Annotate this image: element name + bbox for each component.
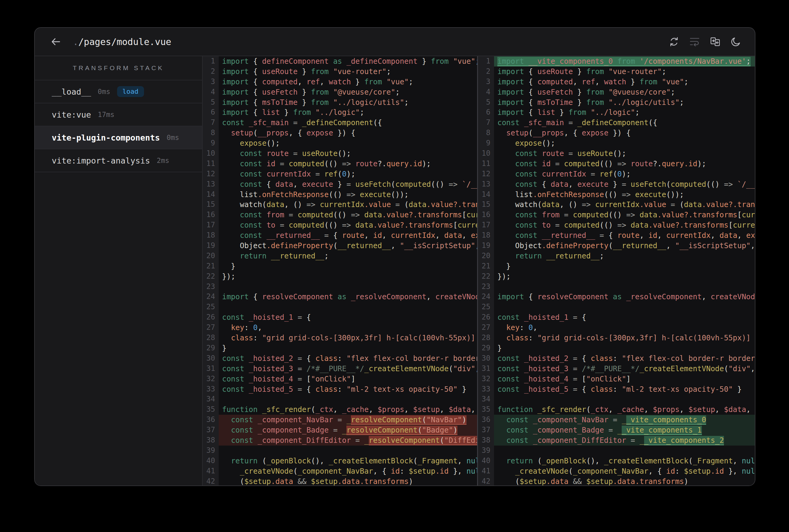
code-line: import { useRoute } from "vue-router"; [494, 66, 755, 77]
code-line: } [494, 343, 755, 353]
code-line: const _hoisted_5 = { class: "ml-2 text-x… [219, 384, 477, 395]
code-line: }); [219, 271, 477, 282]
line-number: 1 [203, 56, 215, 66]
code-line: watch(data, () => currentIdx.value = (da… [219, 200, 477, 210]
code-line: import { computed, ref, watch } from "vu… [494, 77, 755, 87]
code-line: const __returned__ = { route, id, curren… [219, 230, 477, 241]
code-line: const route = useRoute(); [494, 148, 755, 159]
code-line: const _sfc_main = _defineComponent({ [219, 118, 477, 128]
main-area: TRANSFORM STACK __load__0msloadvite:vue1… [35, 56, 755, 486]
code-line: setup(__props, { expose }) { [494, 128, 755, 138]
line-number: 35 [478, 404, 490, 415]
line-number: 31 [203, 364, 215, 374]
wrap-lines-icon [689, 36, 700, 48]
line-number: 39 [203, 445, 215, 456]
titlebar-actions [668, 36, 741, 48]
line-number: 18 [203, 230, 215, 241]
line-number: 38 [203, 435, 215, 445]
code-line [219, 282, 477, 292]
code-line: expose(); [219, 138, 477, 148]
plugin-name: __load__ [52, 87, 91, 96]
line-number: 21 [478, 261, 490, 271]
plugin-name: vite:import-analysis [52, 156, 150, 165]
line-number: 10 [203, 148, 215, 159]
line-number: 16 [203, 210, 215, 220]
line-number: 22 [478, 271, 490, 282]
refresh-icon [668, 36, 680, 48]
code-line [494, 282, 755, 292]
sidebar-item-load[interactable]: __load__0msload [35, 80, 202, 103]
line-number: 14 [203, 190, 215, 200]
sidebar-item-vite-vue[interactable]: vite:vue17ms [35, 103, 202, 126]
arrow-left-icon [50, 36, 62, 48]
line-number: 36 [203, 415, 215, 425]
wrap-lines-button[interactable] [689, 36, 700, 48]
line-number: 27 [203, 323, 215, 333]
code-line: const from = computed(() => data.value?.… [494, 210, 755, 220]
line-number: 16 [478, 210, 490, 220]
code-line: const _hoisted_3 = /*#__PURE__*/_createE… [494, 364, 755, 374]
code-line: const currentIdx = ref(0); [219, 169, 477, 179]
code-line: const to = computed(() => data.value?.tr… [219, 220, 477, 230]
line-number: 23 [478, 282, 490, 292]
code-line [219, 445, 477, 456]
sidebar-item-vite-import-analysis[interactable]: vite:import-analysis2ms [35, 149, 202, 172]
line-number: 33 [203, 384, 215, 395]
code-line: function _sfc_render(_ctx, _cache, $prop… [494, 404, 755, 415]
code-line: import { resolveComponent as _resolveCom… [494, 292, 755, 302]
code-line: const _sfc_main = _defineComponent({ [494, 118, 755, 128]
back-button[interactable] [50, 36, 62, 48]
code-line: import { useFetch } from "@vueuse/core"; [219, 87, 477, 97]
line-number: 34 [478, 394, 490, 404]
line-number: 19 [203, 241, 215, 251]
line-number: 40 [478, 456, 490, 466]
file-path-main: /pages/module.vue [78, 37, 171, 47]
line-number: 13 [478, 179, 490, 190]
code-line-removed: const _component_Badge = _resolveCompone… [219, 425, 477, 435]
line-number: 26 [203, 312, 215, 323]
line-number: 23 [203, 282, 215, 292]
dark-mode-toggle[interactable] [730, 36, 741, 48]
line-number: 41 [203, 466, 215, 476]
line-number: 39 [478, 445, 490, 456]
refresh-button[interactable] [668, 36, 680, 48]
code-line-added: import __vite_components_0 from '/compon… [494, 56, 755, 66]
line-number: 25 [478, 302, 490, 312]
line-number: 9 [203, 138, 215, 148]
line-number: 17 [203, 220, 215, 230]
inspect-window: ./pages/module.vue [34, 27, 755, 486]
code-line: const { data, execute } = useFetch(compu… [219, 179, 477, 190]
line-number: 8 [478, 128, 490, 138]
plugin-duration: 17ms [98, 111, 114, 118]
file-path: ./pages/module.vue [73, 37, 171, 47]
code-line: const _hoisted_4 = ["onClick"] [494, 374, 755, 384]
line-number: 42 [478, 476, 490, 486]
code-line: } [219, 343, 477, 353]
code-line: import { msToTime } from "../logic/utils… [219, 97, 477, 108]
line-number-gutter-left: 1234567891011121314151617181920212223242… [203, 56, 219, 486]
code-line: import { list } from "../logic"; [219, 107, 477, 118]
side-by-side-diff-button[interactable] [710, 36, 721, 48]
titlebar: ./pages/module.vue [35, 28, 755, 56]
line-number: 41 [478, 466, 490, 476]
code-line [494, 302, 755, 312]
code-line: watch(data, () => currentIdx.value = (da… [494, 200, 755, 210]
code-line-added: const _component_NavBar = __vite_compone… [494, 415, 755, 425]
line-number: 42 [203, 476, 215, 486]
line-number: 8 [203, 128, 215, 138]
code-line: Object.defineProperty(__returned__, "__i… [494, 241, 755, 251]
code-line: _createVNode(_component_NavBar, { id: $s… [219, 466, 477, 476]
code-line: const _hoisted_1 = { [219, 312, 477, 323]
code-line-removed: const _component_DiffEditor = _resolveCo… [219, 435, 477, 445]
line-number: 30 [478, 353, 490, 364]
plugin-duration: 0ms [98, 88, 110, 96]
sidebar-item-vite-plugin-components[interactable]: vite-plugin-components0ms [35, 126, 202, 149]
line-number: 11 [478, 159, 490, 169]
line-number: 3 [478, 77, 490, 87]
code-line: function _sfc_render(_ctx, _cache, $prop… [219, 404, 477, 415]
sidebar-items: __load__0msloadvite:vue17msvite-plugin-c… [35, 80, 202, 172]
code-line: const to = computed(() => data.value?.tr… [494, 220, 755, 230]
code-line: const __returned__ = { route, id, curren… [494, 230, 755, 241]
line-number: 11 [203, 159, 215, 169]
line-number: 10 [478, 148, 490, 159]
